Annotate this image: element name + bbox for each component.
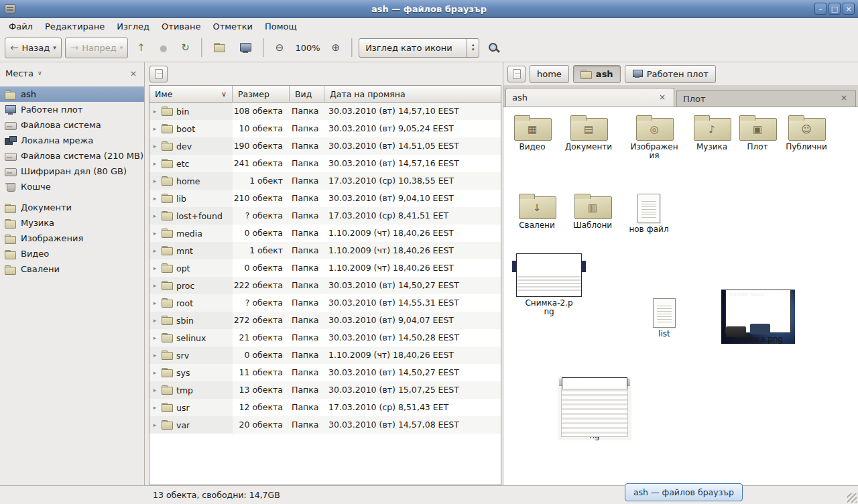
list-item[interactable]: ♪ Музика	[686, 115, 738, 151]
computer-button[interactable]	[234, 38, 257, 58]
tab[interactable]: ash ×	[505, 88, 674, 107]
tab-close-icon[interactable]: ×	[657, 92, 668, 103]
table-row[interactable]: ▸ tmp 13 обекта Папка 30.03.2010 (вт) 15…	[149, 381, 501, 399]
reload-button[interactable]: ↻	[176, 38, 195, 58]
sidebar-item[interactable]: Свалени	[0, 261, 144, 277]
expander-icon[interactable]: ▸	[151, 161, 158, 167]
tab[interactable]: Плот ×	[676, 90, 856, 107]
column-header-name[interactable]: Име ∨	[149, 86, 233, 103]
forward-button[interactable]: → Напред ▾	[65, 38, 129, 58]
expander-icon[interactable]: ▸	[151, 370, 158, 376]
table-row[interactable]: ▸ home 1 обект Папка 17.03.2010 (ср) 10,…	[149, 172, 501, 190]
zoom-out-button[interactable]: ⊖	[270, 38, 290, 58]
sidebar-item[interactable]	[0, 194, 144, 200]
maximize-button[interactable]: □	[829, 3, 841, 15]
column-header-type[interactable]: Вид	[290, 86, 324, 103]
sidebar-title[interactable]: Места	[5, 68, 34, 78]
view-mode-select[interactable]: Изглед като икони ▴ ▾	[359, 38, 479, 58]
expander-icon[interactable]: ▸	[151, 178, 158, 184]
table-row[interactable]: ▸ usr 12 обекта Папка 17.03.2010 (ср) 8,…	[149, 399, 501, 416]
sidebar-item[interactable]: Документи	[0, 200, 144, 215]
list-item[interactable]: ☺ Публични	[780, 115, 833, 151]
list-item[interactable]: ▤ Документи	[562, 115, 615, 151]
table-row[interactable]: ▸ boot 10 обекта Папка 30.03.2010 (вт) 9…	[149, 120, 501, 137]
zoom-in-button[interactable]: ⊕	[326, 38, 346, 58]
table-row[interactable]: ▸ srv 0 обекта Папка 1.10.2009 (чт) 18,4…	[149, 346, 501, 364]
sidebar-item[interactable]: Локална мрежа	[0, 133, 144, 148]
sidebar-item[interactable]: Работен плот	[0, 102, 144, 117]
window-menu-icon[interactable]	[5, 4, 15, 13]
expander-icon[interactable]: ▸	[151, 248, 158, 254]
expander-icon[interactable]: ▸	[151, 265, 158, 271]
taskbar-window-button[interactable]: ash — файлов браузър	[625, 483, 743, 501]
sidebar-item[interactable]: Изображения	[0, 231, 144, 246]
sidebar-item[interactable]: Кошче	[0, 179, 144, 194]
list-item[interactable]: ▦ Видео	[506, 115, 558, 151]
sidebar-item[interactable]: ash	[0, 86, 144, 102]
table-row[interactable]: ▸ lost+found ? обекта Папка 17.03.2010 (…	[149, 207, 501, 225]
list-item[interactable]: GUADEC Снимка-2.png	[512, 253, 586, 316]
table-row[interactable]: ▸ proc 222 обекта Папка 30.03.2010 (вт) …	[149, 277, 501, 294]
table-row[interactable]: ▸ selinux 21 обекта Папка 30.03.2010 (вт…	[149, 329, 501, 346]
list-item[interactable]: ↓ Свалени	[511, 193, 563, 230]
sidebar-item[interactable]: Шифриран дял (80 GB)	[0, 164, 144, 179]
list-item[interactable]: list	[638, 298, 690, 338]
sidebar-item[interactable]: Музика	[0, 215, 144, 231]
list-item[interactable]: ▥ Шаблони	[566, 193, 619, 230]
expander-icon[interactable]: ▸	[151, 126, 158, 132]
expander-icon[interactable]: ▸	[151, 196, 158, 202]
table-row[interactable]: ▸ sys 11 обекта Папка 30.03.2010 (вт) 14…	[149, 364, 501, 381]
expander-icon[interactable]: ▸	[151, 231, 158, 237]
expander-icon[interactable]: ▸	[151, 143, 158, 149]
table-row[interactable]: ▸ mnt 1 обект Папка 1.10.2009 (чт) 18,40…	[149, 242, 501, 259]
table-row[interactable]: ▸ sbin 272 обекта Папка 30.03.2010 (вт) …	[149, 312, 501, 329]
close-button[interactable]: ×	[843, 3, 855, 15]
sidebar-item[interactable]: Видео	[0, 246, 144, 261]
menu-item[interactable]: Отметки	[206, 20, 258, 33]
list-item[interactable]: нов файл	[623, 194, 675, 234]
tab-close-icon[interactable]: ×	[839, 93, 849, 104]
column-header-size[interactable]: Размер	[233, 86, 290, 103]
list-item[interactable]: ▣ Плот	[731, 115, 784, 151]
chevron-down-icon[interactable]: ∨	[38, 70, 42, 76]
expander-icon[interactable]: ▸	[151, 353, 158, 359]
table-row[interactable]: ▸ root ? обекта Папка 30.03.2010 (вт) 14…	[149, 294, 501, 312]
up-button[interactable]: ↑	[131, 38, 151, 58]
home-button[interactable]	[208, 38, 231, 58]
menu-item[interactable]: Отиване	[156, 20, 206, 33]
back-button[interactable]: ← Назад ▾	[5, 38, 62, 58]
stop-button[interactable]: ●	[154, 38, 172, 58]
expander-icon[interactable]: ▸	[151, 283, 158, 289]
table-row[interactable]: ▸ var 20 обекта Папка 30.03.2010 (вт) 14…	[149, 416, 501, 434]
sidebar-close-button[interactable]: ×	[128, 68, 139, 78]
path-button[interactable]: ash	[573, 65, 621, 83]
sidebar-item[interactable]: Файлова система	[0, 117, 144, 133]
menu-item[interactable]: Файл	[3, 20, 39, 33]
expander-icon[interactable]: ▸	[151, 405, 158, 411]
expander-icon[interactable]: ▸	[151, 300, 158, 306]
expander-icon[interactable]: ▸	[151, 387, 158, 393]
table-row[interactable]: ▸ lib 210 обекта Папка 30.03.2010 (вт) 9…	[149, 190, 501, 207]
list-item[interactable]: GNOME Store Снимка.png	[721, 290, 795, 344]
expander-icon[interactable]: ▸	[151, 109, 158, 115]
search-button[interactable]	[483, 38, 505, 58]
path-button[interactable]: home	[530, 65, 569, 83]
expander-icon[interactable]: ▸	[151, 335, 158, 341]
location-toggle-button[interactable]	[507, 66, 526, 82]
resize-grip[interactable]	[847, 493, 857, 503]
path-button[interactable]: Работен плот	[625, 65, 716, 83]
minimize-button[interactable]: –	[814, 3, 826, 15]
location-toggle-button[interactable]	[149, 66, 168, 82]
menu-item[interactable]: Помощ	[259, 20, 303, 33]
expander-icon[interactable]: ▸	[151, 213, 158, 219]
list-item[interactable]: ◎ Изображения	[628, 115, 680, 160]
table-row[interactable]: ▸ media 0 обекта Папка 1.10.2009 (чт) 18…	[149, 225, 501, 242]
list-item[interactable]: Снимка-1.png	[558, 377, 631, 440]
table-row[interactable]: ▸ dev 190 обекта Папка 30.03.2010 (вт) 1…	[149, 137, 501, 155]
table-row[interactable]: ▸ bin 108 обекта Папка 30.03.2010 (вт) 1…	[149, 103, 501, 120]
table-row[interactable]: ▸ etc 241 обекта Папка 30.03.2010 (вт) 1…	[149, 155, 501, 172]
menu-item[interactable]: Редактиране	[39, 20, 111, 33]
column-header-date[interactable]: Дата на промяна	[324, 86, 501, 103]
table-row[interactable]: ▸ opt 0 обекта Папка 1.10.2009 (чт) 18,4…	[149, 259, 501, 277]
view-mode-spinner[interactable]: ▴ ▾	[467, 39, 479, 57]
